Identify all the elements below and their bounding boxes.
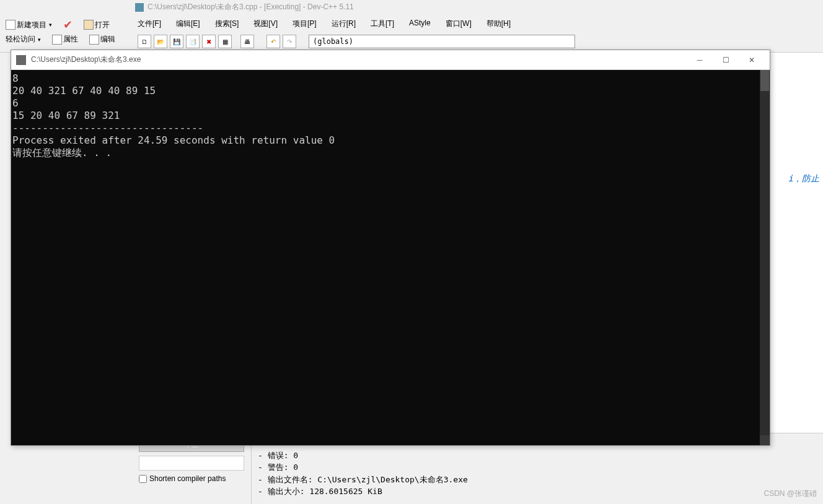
console-window: C:\Users\zjl\Desktop\未命名3.exe ─ ☐ ✕ 8 20… xyxy=(11,50,770,446)
scope-value: (globals) xyxy=(313,37,353,46)
edit-icon xyxy=(89,35,99,45)
log-filename: - 输出文件名: C:\Users\zjl\Desktop\未命名3.exe xyxy=(258,474,817,486)
window-controls: ─ ☐ ✕ xyxy=(687,51,765,69)
menu-astyle[interactable]: AStyle xyxy=(407,17,433,30)
edit-button[interactable]: 编辑 xyxy=(86,32,118,46)
menu-edit[interactable]: 编辑[E] xyxy=(174,17,203,30)
properties-button[interactable]: 属性 xyxy=(49,32,81,46)
edit-label: 编辑 xyxy=(100,34,115,45)
menu-search[interactable]: 搜索[S] xyxy=(213,17,242,30)
explorer-toolbar-row2: 轻松访问 属性 编辑 xyxy=(0,30,121,49)
menu-file[interactable]: 文件[F] xyxy=(135,17,164,30)
open-label: 打开 xyxy=(95,20,110,30)
console-app-icon xyxy=(16,55,26,65)
console-line-6: 请按任意键继续. . . xyxy=(12,147,112,159)
shorten-paths-checkbox-row[interactable]: Shorten compiler paths xyxy=(139,474,247,483)
tool-new-icon[interactable]: 🗋 xyxy=(138,35,151,48)
tool-saveall-icon[interactable]: 📑 xyxy=(186,35,200,48)
console-body: 8 20 40 321 67 40 40 89 15 6 15 20 40 67… xyxy=(11,70,770,445)
menu-help[interactable]: 帮助[H] xyxy=(484,17,513,30)
console-line-0: 8 xyxy=(12,72,19,84)
tool-undo-icon[interactable]: ↶ xyxy=(266,35,280,48)
console-scrollbar[interactable] xyxy=(760,70,770,445)
menu-tools[interactable]: 工具[T] xyxy=(368,17,397,30)
properties-label: 属性 xyxy=(63,34,78,45)
code-comment-fragment: i，防止 xyxy=(788,173,823,185)
ide-menubar: 文件[F] 编辑[E] 搜索[S] 视图[V] 项目[P] 运行[R] 工具[T… xyxy=(135,17,513,30)
close-button[interactable]: ✕ xyxy=(739,51,765,69)
console-titlebar[interactable]: C:\Users\zjl\Desktop\未命名3.exe ─ ☐ ✕ xyxy=(11,50,770,70)
menu-window[interactable]: 窗口[W] xyxy=(443,17,474,30)
new-file-icon xyxy=(6,20,15,30)
console-line-3: 15 20 40 67 89 321 xyxy=(12,110,120,121)
console-line-2: 6 xyxy=(12,97,19,109)
tool-print-icon[interactable]: 🖶 xyxy=(240,35,254,48)
tool-save-icon[interactable]: 💾 xyxy=(170,35,183,48)
ide-window-title: C:\Users\zjl\Desktop\未命名3.cpp - [Executi… xyxy=(135,2,354,12)
watermark-text: CSDN @张谨碏 xyxy=(764,489,817,499)
menu-project[interactable]: 项目[P] xyxy=(290,17,319,30)
quick-access-button[interactable]: 轻松访问 xyxy=(2,32,44,46)
log-warnings: - 警告: 0 xyxy=(258,461,817,474)
scrollbar-thumb[interactable] xyxy=(760,70,769,91)
open-folder-icon xyxy=(84,20,94,30)
console-line-1: 20 40 321 67 40 40 89 15 xyxy=(12,85,156,97)
tool-open-icon[interactable]: 📂 xyxy=(154,35,167,48)
console-line-5: Process exited after 24.59 seconds with … xyxy=(12,134,335,146)
menu-run[interactable]: 运行[R] xyxy=(329,17,358,30)
console-output[interactable]: 8 20 40 321 67 40 40 89 15 6 15 20 40 67… xyxy=(11,70,760,445)
shorten-paths-label: Shorten compiler paths xyxy=(149,474,226,483)
quick-access-label: 轻松访问 xyxy=(6,34,35,45)
menu-view[interactable]: 视图[V] xyxy=(251,17,280,30)
properties-icon xyxy=(52,35,62,45)
ide-titlebar-area: C:\Users\zjl\Desktop\未命名3.cpp - [Executi… xyxy=(0,0,823,53)
tool-closeall-icon[interactable]: ▦ xyxy=(218,35,232,48)
log-errors: - 错误: 0 xyxy=(258,450,817,462)
log-size: - 输出大小: 128.6015625 KiB xyxy=(258,485,817,498)
console-line-4: -------------------------------- xyxy=(12,122,203,134)
cpp-file-icon xyxy=(135,3,144,12)
scrollbar-corner xyxy=(760,435,770,445)
tool-close-icon[interactable]: ✖ xyxy=(202,35,216,48)
shorten-paths-checkbox[interactable] xyxy=(139,475,147,483)
new-project-label: 新建项目 xyxy=(17,20,46,30)
minimize-button[interactable]: ─ xyxy=(687,51,713,69)
tool-redo-icon[interactable]: ↷ xyxy=(283,35,296,48)
console-title-text: C:\Users\zjl\Desktop\未命名3.exe xyxy=(31,54,687,65)
maximize-button[interactable]: ☐ xyxy=(713,51,739,69)
compiler-combo[interactable] xyxy=(139,456,244,471)
scope-selector[interactable]: (globals) xyxy=(309,35,575,48)
ide-title-text: C:\Users\zjl\Desktop\未命名3.cpp - [Executi… xyxy=(147,2,354,12)
ide-toolbar-row: 🗋 📂 💾 📑 ✖ ▦ 🖶 ↶ ↷ (globals) xyxy=(135,32,578,51)
